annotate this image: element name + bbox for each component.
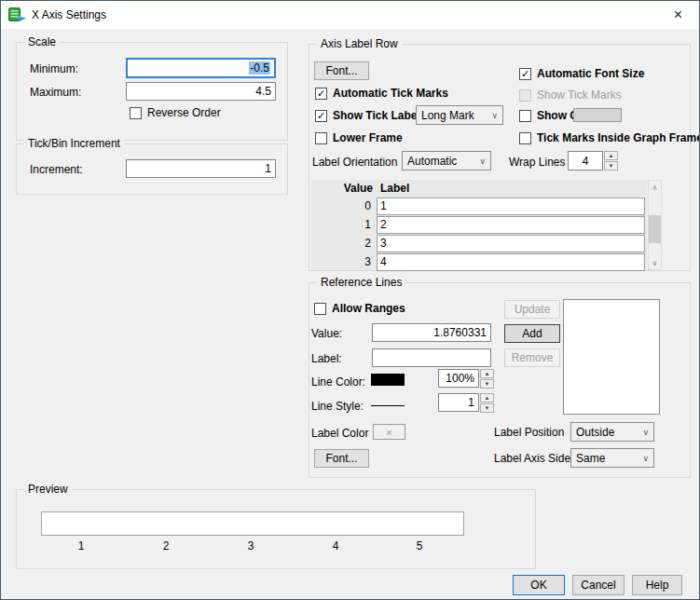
preview-group-title: Preview — [24, 483, 72, 497]
label-position-label: Label Position — [494, 426, 564, 440]
label-axis-side-value: Same — [576, 452, 605, 465]
show-tick-marks-label: Show Tick Marks — [537, 89, 622, 102]
label-color-label: Label Color — [311, 427, 368, 441]
tick-bin-group-title: Tick/Bin Increment — [24, 137, 124, 151]
ref-label-field[interactable] — [372, 348, 491, 367]
minimum-value: -0.5 — [249, 61, 270, 75]
increment-value: 1 — [265, 162, 271, 175]
axis-font-button[interactable]: Font... — [314, 61, 369, 80]
table-row-label-field[interactable]: 2 — [377, 216, 645, 234]
automatic-tick-marks-label: Automatic Tick Marks — [333, 87, 448, 101]
update-button: Update — [504, 300, 560, 319]
spin-down-icon[interactable]: ▼ — [604, 161, 618, 170]
table-row-label-field[interactable]: 1 — [377, 198, 645, 215]
reference-lines-group: Reference Lines Allow Ranges Value: 1.87… — [309, 282, 691, 478]
axis-label-row-group: Axis Label Row Font... ✓ Automatic Font … — [309, 44, 691, 271]
automatic-font-size-checkbox[interactable]: ✓ — [519, 68, 531, 80]
chevron-down-icon: ∨ — [642, 454, 649, 463]
ref-font-button[interactable]: Font... — [314, 449, 369, 468]
show-grid-checkbox[interactable] — [519, 110, 531, 122]
lower-frame-label: Lower Frame — [333, 131, 403, 145]
table-row-label-field[interactable]: 3 — [377, 235, 645, 252]
line-color-swatch[interactable] — [371, 374, 405, 386]
spin-up-icon[interactable]: ▲ — [480, 369, 494, 378]
wrap-lines-field[interactable]: 4 — [568, 151, 603, 170]
preview-axis-frame — [41, 511, 464, 536]
wrap-lines-label: Wrap Lines — [509, 156, 565, 170]
help-button[interactable]: Help — [632, 575, 682, 595]
minimum-field[interactable]: -0.5 — [126, 58, 276, 78]
ref-value-field[interactable]: 1.8760331 — [372, 323, 491, 342]
line-style-sample[interactable] — [371, 405, 405, 406]
cancel-button[interactable]: Cancel — [572, 575, 625, 595]
tick-marks-inside-checkbox[interactable] — [519, 132, 531, 144]
reference-lines-group-title: Reference Lines — [317, 276, 405, 290]
allow-ranges-label: Allow Ranges — [332, 302, 405, 316]
label-position-dropdown[interactable]: Outside ∨ — [570, 422, 654, 442]
tick-bin-group: Tick/Bin Increment Increment: 1 — [16, 143, 288, 195]
preview-tick-label: 2 — [157, 539, 175, 552]
title-bar: X Axis Settings × — [1, 1, 699, 29]
lower-frame-checkbox[interactable] — [315, 132, 327, 144]
line-style-label: Line Style: — [311, 400, 364, 414]
scroll-down-icon[interactable]: ∨ — [649, 256, 661, 269]
reverse-order-label: Reverse Order — [147, 106, 221, 120]
increment-label: Increment: — [30, 163, 83, 177]
scrollbar-thumb[interactable] — [649, 215, 661, 243]
opacity-field[interactable]: 100% — [438, 369, 479, 388]
line-width-field[interactable]: 1 — [438, 393, 479, 412]
table-row-value: 0 — [311, 198, 371, 215]
preview-tick-label: 3 — [241, 539, 260, 552]
app-icon — [8, 7, 27, 22]
line-width-stepper: 1 ▲ ▼ — [438, 393, 494, 413]
spin-down-icon[interactable]: ▼ — [480, 403, 494, 413]
checkmark-icon: ✓ — [317, 111, 325, 121]
tick-label-style-dropdown[interactable]: Long Mark ∨ — [416, 105, 503, 125]
preview-tick-label: 4 — [326, 539, 345, 552]
reverse-order-checkbox[interactable] — [130, 107, 142, 119]
label-axis-side-dropdown[interactable]: Same ∨ — [570, 448, 654, 468]
spin-up-icon[interactable]: ▲ — [604, 151, 618, 160]
maximum-field[interactable]: 4.5 — [126, 82, 276, 101]
label-position-value: Outside — [576, 426, 614, 439]
table-header: Value Label — [311, 180, 647, 197]
show-tick-labels-label: Show Tick Labels — [333, 109, 426, 123]
table-row-value: 2 — [311, 235, 371, 252]
scroll-up-icon[interactable]: ∧ — [649, 181, 661, 194]
add-button[interactable]: Add — [504, 324, 560, 343]
automatic-font-size-label: Automatic Font Size — [537, 67, 644, 81]
tick-label-table: Value Label 0 1 1 2 2 3 3 4 — [311, 180, 647, 270]
checkmark-icon: ✓ — [317, 89, 325, 99]
wrap-lines-stepper: 4 ▲ ▼ — [568, 151, 618, 170]
show-tick-labels-checkbox[interactable]: ✓ — [315, 110, 327, 122]
ref-value-label: Value: — [311, 327, 342, 341]
value-column-header: Value — [311, 182, 373, 195]
window-title: X Axis Settings — [32, 8, 106, 21]
line-color-label: Line Color: — [311, 375, 365, 389]
no-color-icon: × — [386, 427, 391, 438]
close-icon[interactable]: × — [657, 1, 699, 28]
reference-lines-listbox[interactable] — [563, 299, 660, 415]
label-axis-side-label: Label Axis Side — [494, 452, 570, 466]
spin-up-icon[interactable]: ▲ — [480, 393, 494, 402]
chevron-down-icon: ∨ — [642, 428, 649, 437]
ok-button[interactable]: OK — [513, 575, 565, 595]
table-row-label-field[interactable]: 4 — [377, 253, 645, 271]
table-row-value: 3 — [311, 253, 371, 271]
allow-ranges-checkbox[interactable] — [314, 303, 326, 315]
label-column-header: Label — [380, 182, 409, 195]
chevron-down-icon: ∨ — [491, 111, 498, 120]
scale-group: Scale Minimum: -0.5 Maximum: 4.5 Reverse… — [16, 42, 288, 141]
scale-group-title: Scale — [24, 35, 60, 49]
ref-value: 1.8760331 — [433, 326, 487, 339]
maximum-label: Maximum: — [30, 86, 81, 100]
table-scrollbar[interactable]: ∧ ∨ — [648, 180, 662, 270]
label-orientation-dropdown[interactable]: Automatic ∨ — [402, 151, 491, 170]
spin-down-icon[interactable]: ▼ — [480, 379, 494, 389]
increment-field[interactable]: 1 — [126, 159, 276, 178]
minimum-label: Minimum: — [30, 62, 78, 76]
automatic-tick-marks-checkbox[interactable]: ✓ — [315, 88, 327, 100]
label-color-swatch[interactable]: × — [373, 424, 405, 440]
grid-color-swatch[interactable] — [573, 108, 622, 122]
label-orientation-label: Label Orientation — [312, 156, 397, 170]
